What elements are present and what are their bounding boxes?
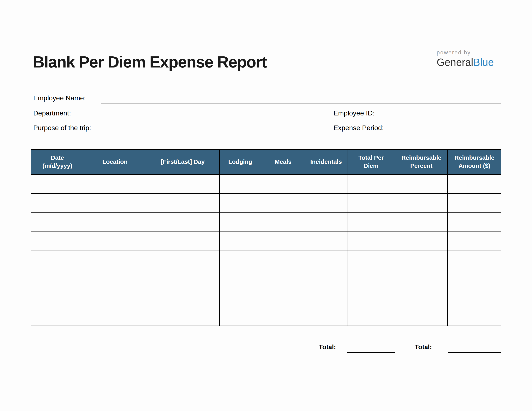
header-cell-incidentals: Incidentals [305,149,347,175]
table-header-row: Date (m/d/yyyy) Location [First/Last] Da… [31,149,501,175]
table-cell[interactable] [448,231,501,250]
table-cell[interactable] [84,193,146,212]
table-cell[interactable] [347,175,395,193]
table-cell[interactable] [31,288,84,307]
table-cell[interactable] [347,307,395,326]
expense-table-body [31,175,501,326]
table-cell[interactable] [347,231,395,250]
reimbursable-total-line[interactable] [448,343,501,353]
employee-id-label: Employee ID: [333,109,375,117]
table-cell[interactable] [395,193,448,212]
table-cell[interactable] [261,231,305,250]
table-cell[interactable] [395,288,448,307]
table-cell[interactable] [146,250,219,269]
table-cell[interactable] [219,231,261,250]
table-cell[interactable] [31,175,84,193]
table-cell[interactable] [305,269,347,288]
table-cell[interactable] [84,175,146,193]
table-cell[interactable] [448,193,501,212]
table-cell[interactable] [146,288,219,307]
department-input-line[interactable] [101,109,306,119]
employee-id-input-line[interactable] [396,109,501,119]
table-cell[interactable] [395,231,448,250]
header-cell-reimbursable-percent: Reimbursable Percent [395,149,448,175]
totals-row: Total: Total: [31,343,501,353]
table-cell[interactable] [146,307,219,326]
table-cell[interactable] [261,307,305,326]
total-per-diem-label: Total: [319,343,347,353]
table-cell[interactable] [448,175,501,193]
department-label: Department: [33,109,71,117]
table-cell[interactable] [395,175,448,193]
brand-name-general: General [437,57,473,68]
table-cell[interactable] [305,175,347,193]
purpose-of-trip-input-line[interactable] [101,124,306,134]
table-cell[interactable] [219,250,261,269]
table-cell[interactable] [305,288,347,307]
header-cell-lodging: Lodging [219,149,261,175]
table-row [31,212,501,231]
employee-name-input-line[interactable] [101,94,501,104]
table-cell[interactable] [84,307,146,326]
table-cell[interactable] [219,193,261,212]
table-cell[interactable] [261,193,305,212]
table-cell[interactable] [395,269,448,288]
table-cell[interactable] [261,269,305,288]
table-cell[interactable] [31,250,84,269]
table-cell[interactable] [146,175,219,193]
table-cell[interactable] [305,193,347,212]
table-cell[interactable] [448,269,501,288]
table-cell[interactable] [395,307,448,326]
table-cell[interactable] [448,307,501,326]
page-title: Blank Per Diem Expense Report [33,54,266,70]
total-per-diem-line[interactable] [347,343,395,353]
table-cell[interactable] [84,288,146,307]
table-cell[interactable] [305,307,347,326]
table-cell[interactable] [261,250,305,269]
table-cell[interactable] [305,212,347,231]
table-cell[interactable] [347,193,395,212]
table-cell[interactable] [31,212,84,231]
table-cell[interactable] [261,288,305,307]
table-cell[interactable] [84,212,146,231]
table-cell[interactable] [448,212,501,231]
table-row [31,175,501,193]
purpose-of-trip-label: Purpose of the trip: [33,124,91,131]
table-cell[interactable] [31,269,84,288]
brand-name: GeneralBlue [437,57,494,67]
table-cell[interactable] [261,212,305,231]
table-cell[interactable] [395,250,448,269]
header-cell-date: Date (m/d/yyyy) [31,149,84,175]
table-cell[interactable] [84,231,146,250]
table-cell[interactable] [31,307,84,326]
table-cell[interactable] [146,193,219,212]
table-cell[interactable] [448,288,501,307]
table-cell[interactable] [347,212,395,231]
table-cell[interactable] [347,269,395,288]
table-cell[interactable] [219,307,261,326]
header-cell-location: Location [84,149,146,175]
table-cell[interactable] [347,250,395,269]
table-cell[interactable] [31,231,84,250]
table-cell[interactable] [219,288,261,307]
table-cell[interactable] [261,175,305,193]
table-cell[interactable] [84,269,146,288]
expense-period-input-line[interactable] [396,124,501,134]
table-cell[interactable] [31,193,84,212]
table-cell[interactable] [347,288,395,307]
table-cell[interactable] [305,250,347,269]
table-cell[interactable] [219,269,261,288]
table-cell[interactable] [146,231,219,250]
table-cell[interactable] [219,212,261,231]
table-cell[interactable] [146,269,219,288]
header-cell-reimbursable-amount: Reimbursable Amount ($) [448,149,501,175]
table-cell[interactable] [305,231,347,250]
table-cell[interactable] [219,175,261,193]
table-cell[interactable] [395,212,448,231]
powered-by-label: powered by [437,50,494,56]
table-cell[interactable] [146,212,219,231]
expense-period-label: Expense Period: [333,124,384,131]
table-cell[interactable] [448,250,501,269]
table-row [31,193,501,212]
table-cell[interactable] [84,250,146,269]
